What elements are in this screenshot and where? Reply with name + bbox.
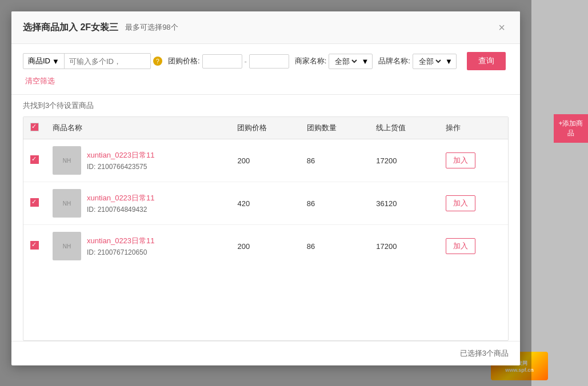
query-button[interactable]: 查询 (467, 52, 506, 70)
join-button-2[interactable]: 加入 (446, 238, 475, 254)
product-id-combo: 商品ID ▼ (23, 53, 151, 69)
row-action-cell-2: 加入 (439, 225, 508, 268)
product-thumbnail-1: NH (53, 189, 81, 218)
product-id-filter-group: 商品ID ▼ ? (23, 53, 162, 69)
clear-filter-link[interactable]: 清空筛选 (25, 76, 55, 86)
col-product-name: 商品名称 (46, 117, 230, 139)
group-price-min-input[interactable] (202, 54, 242, 69)
group-price-filter-group: 团购价格: - (168, 54, 289, 69)
modal-footer: 已选择3个商品 (11, 341, 520, 365)
product-id-type-label: 商品ID (28, 56, 50, 66)
row-checkbox-2[interactable] (30, 241, 39, 250)
group-price-label: 团购价格: (168, 56, 200, 66)
merchant-select-wrapper[interactable]: 全部 ▼ (329, 54, 373, 69)
row-action-cell-1: 加入 (439, 182, 508, 225)
row-online-value-1: 36120 (369, 182, 438, 225)
brand-dropdown-icon: ▼ (445, 57, 453, 66)
row-group-qty-2: 86 (300, 225, 369, 268)
row-checkbox-cell[interactable] (23, 225, 46, 268)
col-group-price: 团购价格 (230, 117, 299, 139)
col-group-qty: 团购数量 (300, 117, 369, 139)
dropdown-arrow-icon: ▼ (52, 57, 59, 66)
product-id-1: ID: 2100764849432 (87, 206, 155, 214)
table-row: NH xuntian_0223日常11 ID: 2100767120650 20… (23, 225, 508, 268)
merchant-dropdown-icon: ▼ (361, 57, 369, 66)
product-id-2: ID: 2100767120650 (87, 248, 155, 256)
product-id-0: ID: 2100766423575 (87, 163, 155, 171)
product-info-2: xuntian_0223日常11 ID: 2100767120650 (87, 236, 155, 256)
row-online-value-2: 17200 (369, 225, 438, 268)
row-group-qty-0: 86 (300, 139, 369, 182)
product-table-container[interactable]: 商品名称 团购价格 团购数量 线上货值 操作 NH (23, 116, 509, 341)
price-range-separator: - (245, 57, 247, 66)
row-product-cell-1: NH xuntian_0223日常11 ID: 2100764849432 (46, 182, 230, 225)
product-name-link-2[interactable]: xuntian_0223日常11 (87, 236, 155, 246)
brand-select-wrapper[interactable]: 全部 ▼ (413, 54, 457, 69)
result-info: 共找到3个待设置商品 (11, 95, 520, 116)
modal-title-group: 选择商品加入 2F女装三 最多可选择98个 (23, 22, 178, 34)
table-row: NH xuntian_0223日常11 ID: 2100766423575 20… (23, 139, 508, 182)
row-group-price-1: 420 (230, 182, 299, 225)
product-name-link-1[interactable]: xuntian_0223日常11 (87, 193, 155, 203)
table-header-row: 商品名称 团购价格 团购数量 线上货值 操作 (23, 117, 508, 139)
brand-label: 品牌名称: (378, 56, 410, 66)
selected-info: 已选择3个商品 (460, 348, 509, 359)
row-action-cell-0: 加入 (439, 139, 508, 182)
filter-bar: 商品ID ▼ ? 团购价格: - 商家名称: (11, 44, 520, 95)
merchant-label: 商家名称: (295, 56, 327, 66)
modal-title: 选择商品加入 2F女装三 (23, 22, 118, 34)
row-checkbox-cell[interactable] (23, 182, 46, 225)
table-row: NH xuntian_0223日常11 ID: 2100764849432 42… (23, 182, 508, 225)
product-info-0: xuntian_0223日常11 ID: 2100766423575 (87, 150, 155, 171)
product-info-1: xuntian_0223日常11 ID: 2100764849432 (87, 193, 155, 214)
select-all-checkbox[interactable] (30, 123, 39, 131)
modal-dialog: 选择商品加入 2F女装三 最多可选择98个 × 商品ID ▼ ? (11, 11, 520, 365)
join-button-0[interactable]: 加入 (446, 152, 475, 168)
product-id-input[interactable] (65, 55, 150, 68)
col-online-value: 线上货值 (369, 117, 438, 139)
row-group-price-0: 200 (230, 139, 299, 182)
add-product-sidebar-button[interactable]: +添加商品 (554, 114, 588, 143)
group-price-max-input[interactable] (249, 54, 289, 69)
product-thumbnail-2: NH (53, 232, 81, 260)
product-table: 商品名称 团购价格 团购数量 线上货值 操作 NH (23, 117, 508, 267)
header-checkbox-cell[interactable] (23, 117, 46, 139)
row-product-cell-2: NH xuntian_0223日常11 ID: 2100767120650 (46, 225, 230, 268)
help-icon[interactable]: ? (153, 57, 162, 66)
merchant-select[interactable]: 全部 (333, 57, 359, 66)
modal-close-button[interactable]: × (495, 21, 509, 34)
modal-subtitle: 最多可选择98个 (125, 22, 178, 33)
product-thumbnail-0: NH (53, 146, 81, 175)
brand-filter-group: 品牌名称: 全部 ▼ (378, 54, 457, 69)
join-button-1[interactable]: 加入 (446, 195, 475, 211)
row-group-qty-1: 86 (300, 182, 369, 225)
row-checkbox-cell[interactable] (23, 139, 46, 182)
row-online-value-0: 17200 (369, 139, 438, 182)
row-checkbox-1[interactable] (30, 198, 39, 207)
col-action: 操作 (439, 117, 508, 139)
product-name-link-0[interactable]: xuntian_0223日常11 (87, 150, 155, 160)
merchant-filter-group: 商家名称: 全部 ▼ (295, 54, 373, 69)
product-id-type-select[interactable]: 商品ID ▼ (23, 54, 65, 69)
row-checkbox-0[interactable] (30, 155, 39, 164)
modal-header: 选择商品加入 2F女装三 最多可选择98个 × (11, 11, 520, 44)
modal-overlay: 选择商品加入 2F女装三 最多可选择98个 × 商品ID ▼ ? (0, 0, 531, 386)
brand-select[interactable]: 全部 (417, 57, 443, 66)
row-product-cell-0: NH xuntian_0223日常11 ID: 2100766423575 (46, 139, 230, 182)
row-group-price-2: 200 (230, 225, 299, 268)
